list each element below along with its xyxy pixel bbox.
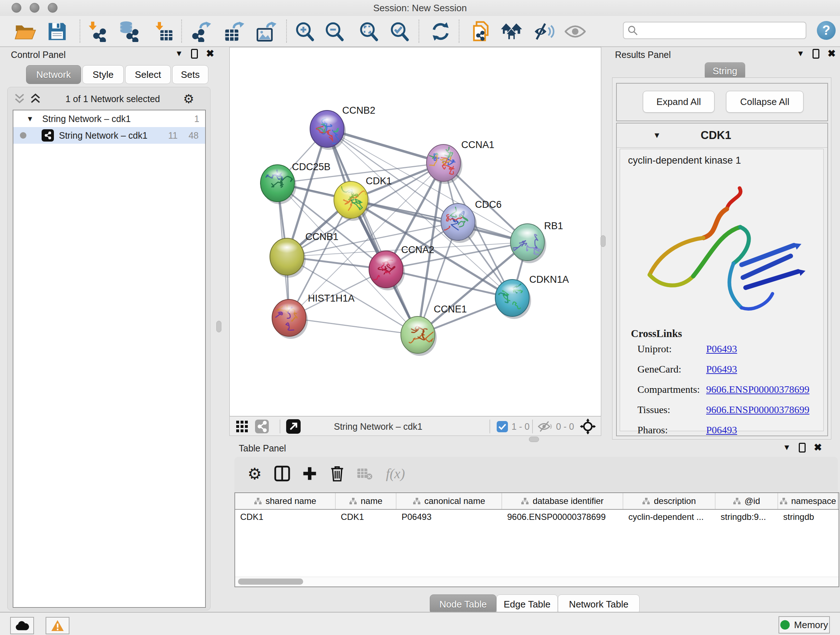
apply-layout-button[interactable]: [429, 20, 452, 43]
network-graph[interactable]: CCNB2CCNA1CDC25BCDK1CDC6RB1CCNB1CCNA2CDK…: [230, 48, 601, 416]
zoom-selected-button[interactable]: [388, 20, 411, 43]
delete-table-button[interactable]: [353, 462, 376, 485]
memory-button[interactable]: Memory: [778, 616, 830, 633]
horizontal-scrollbar[interactable]: [235, 577, 838, 586]
float-panel-icon[interactable]: [813, 49, 820, 59]
close-panel-icon[interactable]: ✖: [813, 442, 822, 453]
cloud-status-button[interactable]: [10, 617, 34, 634]
tab-edge-table[interactable]: Edge Table: [496, 594, 558, 614]
crosslink-link[interactable]: 9606.ENSP00000378699: [706, 384, 809, 395]
crosslink-link[interactable]: 9606.ENSP00000378699: [706, 404, 809, 416]
tab-sets[interactable]: Sets: [172, 65, 208, 84]
network-row-selected[interactable]: String Network – cdk1 11 48: [13, 127, 205, 144]
float-panel-icon[interactable]: [799, 443, 806, 453]
show-hidden-button[interactable]: [564, 20, 586, 43]
birds-eye-view-button[interactable]: [235, 420, 248, 433]
import-network-button[interactable]: [86, 20, 108, 43]
panel-menu-icon[interactable]: ▼: [797, 49, 805, 58]
create-column-button[interactable]: [298, 462, 321, 485]
delete-column-button[interactable]: [325, 462, 349, 485]
import-network-from-database-button[interactable]: [118, 20, 140, 43]
cell-canonical-name[interactable]: P06493: [396, 510, 502, 524]
column-type-icon: [521, 497, 529, 505]
network-share-button[interactable]: [255, 420, 269, 433]
column-header-name[interactable]: name: [336, 493, 396, 509]
node-ccne1[interactable]: CCNE1: [401, 304, 467, 356]
collapse-all-button[interactable]: Collapse All: [726, 91, 804, 112]
crosslink-link[interactable]: P06493: [706, 343, 737, 355]
network-selection-status: 1 of 1 Network selected: [65, 94, 160, 104]
string-results-body: Expand All Collapse All ▼ CDK1 cyclin-de…: [612, 78, 831, 440]
clone-network-button[interactable]: [470, 20, 493, 43]
zoom-out-button[interactable]: [324, 20, 346, 43]
tab-string[interactable]: String: [705, 62, 745, 80]
cell-name[interactable]: CDK1: [336, 510, 396, 524]
zoom-in-button[interactable]: [294, 20, 316, 43]
crosslink-link[interactable]: P06493: [706, 363, 737, 375]
collapse-all-icon[interactable]: [14, 93, 25, 105]
splitter-handle[interactable]: [600, 235, 606, 247]
function-builder-button[interactable]: f(x): [379, 462, 412, 485]
hide-selected-button[interactable]: [533, 20, 556, 43]
show-all-networks-button[interactable]: [500, 20, 523, 43]
hidden-elements-indicator: 0 - 0: [538, 420, 574, 433]
column-header-database-identifier[interactable]: database identifier: [502, 493, 623, 509]
cell--id[interactable]: stringdb:9...: [715, 510, 778, 524]
scrollbar-thumb[interactable]: [238, 578, 303, 585]
float-panel-icon[interactable]: [191, 49, 198, 59]
export-image-button[interactable]: [256, 20, 278, 43]
column-type-icon: [349, 497, 357, 505]
export-table-button[interactable]: [223, 20, 246, 43]
search-input[interactable]: [623, 22, 806, 39]
fit-content-button[interactable]: [580, 420, 596, 433]
network-canvas[interactable]: CCNB2CCNA1CDC25BCDK1CDC6RB1CCNB1CCNA2CDK…: [229, 47, 601, 416]
network-collection-row[interactable]: ▼ String Network – cdk1 1: [13, 111, 205, 127]
node-cdkn1a[interactable]: CDKN1A: [495, 274, 569, 319]
column-header--id[interactable]: @id: [715, 493, 778, 509]
node-hist1h1a[interactable]: HIST1H1A: [272, 293, 355, 339]
houses-icon: [500, 22, 523, 41]
column-header-description[interactable]: description: [623, 493, 715, 509]
table-options-button[interactable]: ⚙: [243, 462, 266, 485]
node-cdk1[interactable]: CDK1: [334, 176, 392, 221]
results-panel-window-controls: ▼ ✖: [797, 48, 836, 59]
node-result-header[interactable]: ▼ CDK1: [617, 124, 827, 148]
section-expander-icon[interactable]: ▼: [653, 131, 661, 140]
column-header-namespace[interactable]: namespace: [778, 493, 838, 509]
cell-database-identifier[interactable]: 9606.ENSP00000378699: [502, 510, 623, 524]
warnings-button[interactable]: [46, 617, 69, 634]
node-ccna1[interactable]: CCNA1: [426, 139, 494, 184]
open-session-button[interactable]: [14, 20, 36, 43]
column-header-canonical-name[interactable]: canonical name: [396, 493, 502, 509]
export-network-button[interactable]: [191, 20, 213, 43]
tab-select[interactable]: Select: [125, 65, 171, 84]
panel-menu-icon[interactable]: ▼: [175, 49, 183, 58]
crosslink-link[interactable]: P06493: [706, 424, 737, 436]
panel-menu-icon[interactable]: ▼: [783, 443, 791, 452]
splitter-handle[interactable]: [216, 321, 221, 333]
tab-node-table[interactable]: Node Table: [430, 594, 496, 614]
tree-expander-icon[interactable]: ▼: [27, 115, 34, 123]
cell-shared-name[interactable]: CDK1: [235, 510, 336, 524]
expand-all-icon[interactable]: [30, 93, 41, 105]
cell-namespace[interactable]: stringdb: [778, 510, 838, 524]
tab-network-table[interactable]: Network Table: [558, 594, 639, 614]
close-panel-icon[interactable]: ✖: [827, 48, 836, 59]
close-panel-icon[interactable]: ✖: [206, 48, 214, 59]
zoom-fit-button[interactable]: [358, 20, 380, 43]
import-table-button[interactable]: [152, 20, 175, 43]
show-columns-button[interactable]: [271, 462, 294, 485]
help-button[interactable]: ?: [817, 21, 836, 40]
table-row[interactable]: CDK1CDK1P064939606.ENSP00000378699cyclin…: [235, 510, 838, 524]
node-cdc6[interactable]: CDC6: [439, 199, 502, 243]
tab-network[interactable]: Network: [26, 65, 81, 84]
open-in-new-window-button[interactable]: [286, 420, 301, 433]
column-type-icon: [413, 497, 421, 505]
node-rb1[interactable]: RB1: [510, 220, 563, 263]
tab-style[interactable]: Style: [82, 65, 124, 84]
expand-all-button[interactable]: Expand All: [643, 91, 714, 112]
cell-description[interactable]: cyclin-dependent ...: [623, 510, 715, 524]
column-header-shared-name[interactable]: shared name: [235, 493, 336, 509]
save-session-button[interactable]: [46, 20, 68, 43]
network-options-gear-icon[interactable]: ⚙: [183, 92, 194, 106]
